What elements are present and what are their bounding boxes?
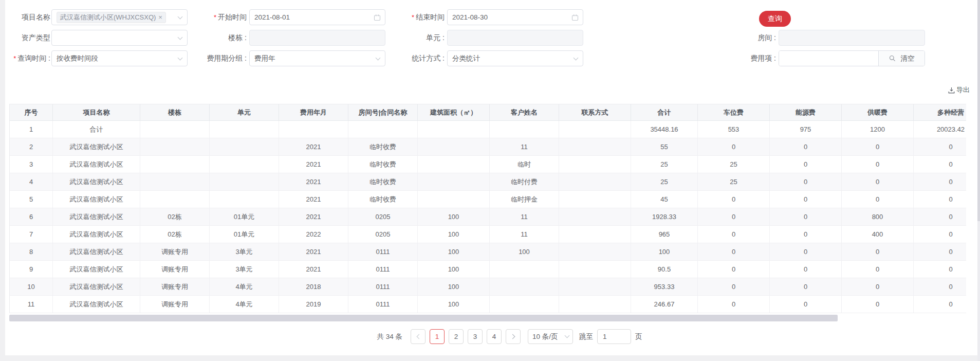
table-cell: 100 — [418, 296, 490, 313]
column-header: 能源费 — [770, 104, 842, 120]
table-cell: 35448.16 — [631, 121, 698, 138]
table-cell: 0111 — [348, 278, 418, 295]
table-cell: 武汉嘉信测试小区 — [53, 208, 140, 225]
table-cell: 0 — [770, 261, 842, 278]
table-cell — [490, 261, 559, 278]
fee-period-group-select[interactable]: 费用年 — [249, 50, 385, 66]
table-cell: 武汉嘉信测试小区 — [53, 191, 140, 208]
end-time-picker[interactable] — [447, 9, 583, 25]
column-header: 建筑面积（㎡） — [418, 104, 490, 120]
table-row: 9武汉嘉信测试小区调账专用3单元2021011110090.50000 — [10, 261, 966, 278]
table-cell: 5 — [10, 191, 53, 208]
tag-close-icon[interactable]: × — [158, 13, 162, 21]
table-cell: 调账专用 — [140, 278, 210, 295]
table-cell: 0 — [770, 243, 842, 260]
page-button-2[interactable]: 2 — [449, 329, 464, 344]
table-cell: 400 — [842, 226, 914, 243]
table-cell — [559, 261, 631, 278]
table-cell — [490, 121, 559, 138]
table-cell: 25 — [631, 173, 698, 190]
table-row: 3武汉嘉信测试小区2021临时收费临时2525000 — [10, 156, 966, 173]
table-cell: 0 — [914, 261, 966, 278]
table-cell: 0 — [914, 243, 966, 260]
search-button[interactable]: 查询 — [759, 11, 791, 27]
table-cell — [559, 243, 631, 260]
table-cell: 2021 — [279, 243, 348, 260]
project-name-label: 项目名称 — [5, 13, 50, 22]
asset-type-select[interactable] — [51, 30, 188, 46]
page-size-select[interactable]: 10 条/页 — [528, 329, 573, 344]
project-tag-label: 武汉嘉信测试小区(WHJXCSXQ) — [60, 13, 156, 22]
column-header: 房间号|合同名称 — [348, 104, 418, 120]
jump-page-input[interactable] — [597, 329, 631, 344]
column-header: 供暖费 — [842, 104, 914, 120]
end-time-input[interactable] — [452, 13, 570, 21]
table-cell: 90.5 — [631, 261, 698, 278]
column-header: 联系方式 — [559, 104, 631, 120]
table-cell — [559, 156, 631, 173]
table-cell: 246.67 — [631, 296, 698, 313]
table-cell: 临时收费 — [348, 138, 418, 155]
page-button-3[interactable]: 3 — [468, 329, 483, 344]
table-row: 4武汉嘉信测试小区2021临时收费临时付费2525000 — [10, 173, 966, 191]
page-button-4[interactable]: 4 — [487, 329, 502, 344]
stat-method-select[interactable]: 分类统计 — [447, 50, 583, 66]
page-button-1[interactable]: 1 — [430, 329, 445, 344]
fee-item-input[interactable] — [779, 51, 878, 66]
table-cell: 100 — [418, 261, 490, 278]
table-cell: 0 — [698, 278, 770, 295]
horizontal-scrollbar — [9, 314, 966, 322]
project-tag[interactable]: 武汉嘉信测试小区(WHJXCSXQ) × — [57, 12, 166, 23]
table-cell: 0 — [914, 226, 966, 243]
table-cell: 553 — [698, 121, 770, 138]
table-cell: 0 — [914, 208, 966, 225]
column-header: 客户姓名 — [490, 104, 559, 120]
table-cell: 11 — [490, 226, 559, 243]
prev-page-button[interactable] — [411, 329, 426, 344]
table-cell: 11 — [490, 208, 559, 225]
start-time-input[interactable] — [254, 13, 373, 21]
table-cell: 2021 — [279, 173, 348, 190]
table-cell: 0 — [842, 191, 914, 208]
unit-input — [447, 30, 583, 46]
filter-row-1: 项目名称 武汉嘉信测试小区(WHJXCSXQ) × *开始时间 — [5, 9, 978, 30]
column-header: 车位费 — [698, 104, 770, 120]
table-header-row: 序号项目名称楼栋单元费用年月房间号|合同名称建筑面积（㎡）客户姓名联系方式合计车… — [10, 104, 966, 121]
next-page-button[interactable] — [506, 329, 521, 344]
table-cell: 6 — [10, 208, 53, 225]
table-row: 1合计35448.16553975120020023.42 — [10, 121, 966, 138]
table-cell: 0 — [914, 173, 966, 190]
start-time-picker[interactable] — [249, 9, 385, 25]
table-cell — [490, 278, 559, 295]
table-cell: 0 — [770, 138, 842, 155]
horizontal-scrollbar-thumb[interactable] — [9, 315, 838, 321]
table-cell — [490, 296, 559, 313]
page-vertical-scrollbar-thumb[interactable] — [977, 0, 980, 221]
end-time-label: *结束时间 — [392, 13, 445, 22]
table-cell: 0111 — [348, 261, 418, 278]
fee-item-label: 费用项 : — [589, 54, 776, 63]
table-cell: 4单元 — [210, 278, 279, 295]
project-name-select[interactable]: 武汉嘉信测试小区(WHJXCSXQ) × — [51, 9, 188, 25]
table-cell: 2021 — [279, 191, 348, 208]
column-header: 费用年月 — [279, 104, 348, 120]
table-cell: 调账专用 — [140, 261, 210, 278]
table-cell: 3 — [10, 156, 53, 173]
query-time-select[interactable]: 按收费时间段 — [51, 50, 188, 66]
table-cell: 4 — [10, 173, 53, 190]
table-row: 11武汉嘉信测试小区调账专用4单元20190111100246.670000 — [10, 296, 966, 313]
column-header: 项目名称 — [53, 104, 140, 120]
table-row: 10武汉嘉信测试小区调账专用4单元20180111100953.330000 — [10, 278, 966, 296]
table-cell: 武汉嘉信测试小区 — [53, 243, 140, 260]
table-cell — [140, 121, 210, 138]
fee-item-clear-button[interactable]: 清空 — [878, 51, 924, 66]
export-button[interactable]: 导出 — [948, 85, 970, 95]
table-cell: 55 — [631, 138, 698, 155]
table-row: 8武汉嘉信测试小区调账专用3单元202101111001001000000 — [10, 243, 966, 261]
table-row: 2武汉嘉信测试小区2021临时收费11550000 — [10, 138, 966, 156]
table-cell: 0205 — [348, 208, 418, 225]
table-cell: 0 — [698, 208, 770, 225]
table-cell — [559, 278, 631, 295]
report-table: 序号项目名称楼栋单元费用年月房间号|合同名称建筑面积（㎡）客户姓名联系方式合计车… — [9, 104, 966, 313]
fee-item-clear-label: 清空 — [901, 54, 915, 63]
